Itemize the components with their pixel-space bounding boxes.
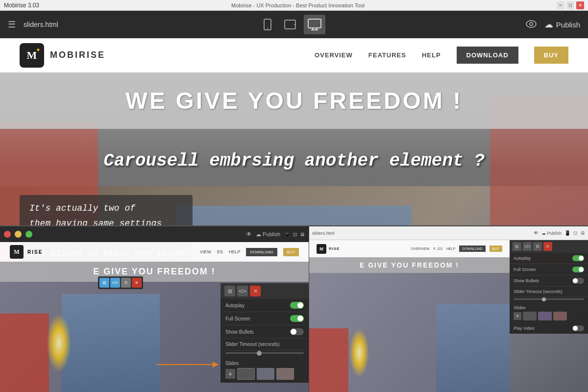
preview-icon[interactable] [526,19,537,30]
mini-publish-label: Publish [263,231,280,237]
autoplay-label: Autoplay [225,303,287,308]
svg-rect-2 [285,20,295,29]
slide-thumb-1[interactable] [237,368,255,380]
mrn-logo-icon: M [317,244,326,254]
rsp-add-slide[interactable]: + [514,312,521,320]
mini-right-desktop-icon[interactable]: 🖥 [580,230,585,236]
cs-code-btn[interactable]: </> [110,278,120,288]
rsp-fullscreen-label: Full Screen [514,267,570,272]
fullscreen-toggle[interactable] [290,315,304,322]
mini-download-btn[interactable]: DOWNLOAD [246,248,277,256]
cs-blocks-btn[interactable]: ⊞ [99,278,109,288]
mini-right-publish-btn[interactable]: ☁ Publish [541,231,562,236]
right-settings-panel: ⊞ </> ⚙ ✕ Autoplay Full Screen Show [510,240,588,334]
svg-point-3 [294,24,295,25]
logo-icon: M ✦ [20,43,44,68]
mobile-device-button[interactable] [259,15,276,34]
nav-overview[interactable]: OVERVIEW [315,51,353,59]
rsp-timeout-row: Slider Timeout (seconds) [510,287,588,297]
site-nav: M ✦ MOBIRISE OVERVIEW FEATURES HELP DOWN… [0,38,588,73]
mrn-help[interactable]: HELP [446,247,455,250]
desktop-device-button[interactable] [304,15,325,34]
rsp-bullets-label: Show Bullets [514,278,570,283]
rsp-thumb-3[interactable] [553,312,567,320]
rsp-bullets-row: Show Bullets [510,275,588,287]
bullets-toggle[interactable] [290,328,304,335]
slide-thumb-2[interactable] [257,368,274,380]
rsp-timeout-slider[interactable] [514,298,584,300]
rsp-code-btn[interactable]: </> [523,242,532,251]
rsp-fullscreen-toggle[interactable] [572,267,584,272]
minimize-button[interactable]: − [557,1,564,9]
carousel-text: Carousell embrsing another element ? [0,151,588,171]
mini-right-mobile-icon[interactable]: 📱 [564,230,570,236]
nav-download-button[interactable]: DOWNLOAD [457,47,518,64]
mini-right-file: sliders.html [312,231,335,236]
mini-help-link[interactable]: HELP [229,249,241,254]
publish-button[interactable]: ☁ Publish [544,19,580,30]
slide-thumb-3[interactable] [276,368,294,380]
mini-tablet-icon[interactable]: ⊡ [293,232,297,237]
tablet-device-button[interactable] [280,15,300,34]
sp-code-btn[interactable]: </> [237,286,248,296]
close-button[interactable]: ✕ [576,1,584,9]
cs-gear-btn[interactable]: ⚙ [121,278,131,288]
title-bar-app-name: Mobirise 3.03 [4,2,39,9]
fullscreen-row: Full Screen [220,312,309,325]
settings-panel: ⊞ </> ✕ Autoplay Full Screen [220,283,309,383]
mini-preview-icon[interactable]: 👁 [246,231,252,238]
hamburger-icon[interactable]: ☰ [8,19,16,30]
mini-close-btn[interactable] [4,231,11,238]
mini-features-link[interactable]: ES [217,249,223,254]
mini-right-preview-icon[interactable]: 👁 [534,230,539,236]
sp-blocks-btn[interactable]: ⊞ [224,286,235,296]
mrn-download[interactable]: DOWNLOAD [459,245,485,252]
sp-close-btn[interactable]: ✕ [250,286,261,296]
fullscreen-label: Full Screen [225,316,287,321]
rsp-close-btn[interactable]: ✕ [543,242,552,251]
rsp-autoplay-toggle[interactable] [572,255,584,261]
timeout-slider[interactable] [225,352,304,354]
bottom-section: 👁 ☁ Publish 📱 ⊡ 🖥 [0,225,588,392]
mini-maximize-btn[interactable] [25,231,32,238]
mini-publish-btn[interactable]: ☁ Publish [256,231,280,238]
file-name: sliders.html [24,21,58,28]
mini-logo-icon: M [10,245,24,259]
rsp-play-video-toggle[interactable] [572,325,584,331]
slide-add-button[interactable]: + [225,369,235,379]
nav-buy-button[interactable]: BUY [534,47,568,64]
mini-preview-right: sliders.html 👁 ☁ Publish 📱 ⊡ 🖥 M [309,225,588,392]
mini-minimize-btn[interactable] [15,231,22,238]
rsp-bullets-toggle[interactable] [572,278,584,284]
cs-close-btn[interactable]: ✕ [132,278,142,288]
website-preview: M ✦ MOBIRISE OVERVIEW FEATURES HELP DOWN… [0,38,588,392]
maximize-button[interactable]: □ [566,1,574,9]
mrn-features[interactable]: F...ES [433,247,442,250]
mini-buy-btn[interactable]: BUY [283,248,299,256]
slides-thumbnails: + [225,368,304,380]
autoplay-toggle[interactable] [290,302,304,309]
rsp-blocks-btn[interactable]: ⊞ [513,242,521,251]
rsp-thumb-1[interactable] [523,312,537,320]
mrn-overview[interactable]: OVERVIEW [411,247,430,250]
mrn-buy[interactable]: BUY [490,245,502,252]
mini-desktop-icon[interactable]: 🖥 [300,232,305,237]
hero-title: WE GIVE YOU FREEDOM ! [10,87,578,114]
mini-hero-red [0,314,49,392]
orange-arrow [157,352,225,377]
rsp-gear-btn[interactable]: ⚙ [533,242,542,251]
mini-overview-link[interactable]: VIEW [200,249,211,254]
mini-toolbar-right: 👁 ☁ Publish 📱 ⊡ 🖥 [246,231,305,238]
mini-mobile-icon[interactable]: 📱 [284,232,290,237]
mini-toolbar-right-bar: sliders.html 👁 ☁ Publish 📱 ⊡ 🖥 [309,226,588,240]
mini-right-tablet-icon[interactable]: ⊡ [573,230,577,236]
mini-device-icons: 📱 ⊡ 🖥 [284,232,305,237]
nav-features[interactable]: FEATURES [368,51,406,59]
rsp-thumb-2[interactable] [538,312,552,320]
mrn-links: OVERVIEW F...ES HELP DOWNLOAD BUY [411,245,502,252]
nav-help[interactable]: HELP [422,51,441,59]
bullets-row: Show Bullets [220,325,309,339]
hero-header-bar: WE GIVE YOU FREEDOM ! [0,73,588,129]
mrh-red [309,328,348,392]
rsp-timeout-label: Slider Timeout (seconds) [514,289,584,294]
